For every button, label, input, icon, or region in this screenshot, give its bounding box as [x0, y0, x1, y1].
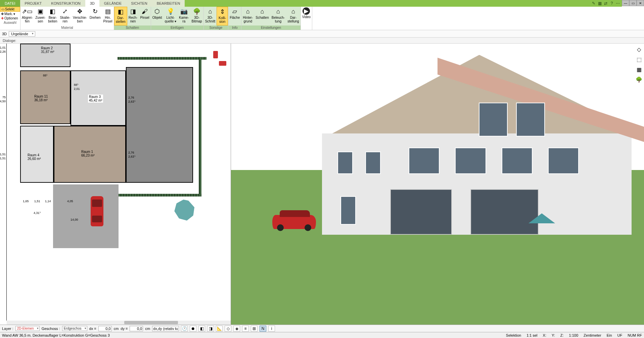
rechnen-button[interactable]: ◨Rech- nen	[127, 7, 139, 25]
group-schatten: Schatten	[114, 25, 151, 30]
window-maximize[interactable]: ▭	[629, 0, 637, 6]
view-3d[interactable]: ◇ ⬚ ▦ 🌳	[231, 44, 644, 325]
quick-icon-3[interactable]: ⇄	[603, 1, 608, 6]
status-z: Z:	[560, 333, 564, 337]
schatten-pinsel-button[interactable]: 🖌Pinsel	[139, 7, 150, 25]
brush-icon: ▤	[104, 7, 112, 15]
layer-combo[interactable]: Urgelände	[9, 31, 35, 37]
skalieren-button[interactable]: ⤢Skalie- ren	[59, 7, 72, 25]
options-tool[interactable]: ✚ Optionen	[0, 16, 20, 20]
mode-label: 3D	[2, 32, 7, 36]
schnitt-button[interactable]: ⌂3D- Schnitt	[204, 7, 217, 25]
flaeche-button[interactable]: ▱Fläche	[228, 7, 241, 25]
dy-input[interactable]	[130, 326, 143, 331]
status-y: Y:	[552, 333, 555, 337]
video-button[interactable]: ▶Video	[301, 7, 312, 25]
status-ein: Ein	[607, 333, 612, 337]
quick-icon-1[interactable]: ✎	[591, 1, 596, 6]
tool-north[interactable]: N	[260, 326, 266, 332]
scale-icon: ⤢	[61, 7, 69, 15]
dialoge-bar: Dialoge:	[0, 38, 644, 44]
tool-color[interactable]: ▦	[635, 66, 643, 73]
licht-button[interactable]: 💡Licht- quelle ▾	[164, 7, 178, 25]
bearbeiten-button[interactable]: ◧Bear- beiten	[47, 7, 58, 25]
select-tool[interactable]: ▭ Selekt	[0, 7, 20, 12]
geschoss-select[interactable]: Erdgeschos	[62, 326, 87, 331]
hintergrund-button[interactable]: ⌂Hinter- grund	[241, 7, 254, 25]
tab-datei[interactable]: DATEI	[0, 0, 20, 7]
tool-grid[interactable]: ⊞	[251, 326, 258, 332]
tab-konstruktion[interactable]: KONSTRUKTION	[46, 0, 85, 7]
view-selector-bar: 3D Urgelände	[0, 30, 644, 38]
ruler-vertical: 1,01 2,26 75 4,50 1,51 1,51	[0, 44, 7, 321]
tool-wire[interactable]: ◇	[635, 46, 643, 53]
house4-icon: ⌂	[289, 7, 297, 15]
ribbon: ▭ Selekt ✥ Mark. ▾ ✚ Optionen Auswahl ⇗▭…	[0, 7, 644, 30]
hinpinsel-button[interactable]: ▤Hin. Pinsel	[102, 7, 114, 25]
house3-icon: ⌂	[274, 7, 282, 15]
tool-info[interactable]: i	[268, 326, 275, 332]
tab-3d[interactable]: 3D	[85, 0, 99, 7]
car-3d	[272, 215, 316, 229]
window-close[interactable]: ✕	[637, 0, 644, 6]
status-selection: Selektion	[506, 333, 521, 337]
tool-solid[interactable]: ⬚	[635, 56, 643, 63]
kamera-button[interactable]: 📷Kame- ra	[178, 7, 190, 25]
layer-select[interactable]: 2D-Elemen	[15, 326, 40, 331]
bulb-icon: 💡	[167, 7, 175, 15]
house2-icon: ⌂	[258, 7, 266, 15]
quick-icon-5[interactable]: ⋯	[615, 1, 620, 6]
window-minimize[interactable]: —	[622, 0, 629, 6]
kollision-button[interactable]: ⇕Kolli- sion	[217, 7, 228, 25]
tab-bearbeiten[interactable]: BEARBEITEN	[152, 0, 185, 7]
tool-vegetation[interactable]: 🌳	[635, 76, 643, 83]
dx-input[interactable]	[98, 326, 112, 331]
bitmap-button[interactable]: 🌳3D- Bitmap	[190, 7, 203, 25]
tool-ortho[interactable]: ◇	[225, 326, 231, 332]
room-2-label: Raum 2 31,87 m²	[41, 46, 54, 54]
darstellen-button[interactable]: ◧Dar- stellen	[114, 7, 127, 25]
room-11-label: Raum 11 36,18 m²	[34, 95, 48, 102]
tool-clock[interactable]: 🕐	[181, 326, 188, 332]
plan-view-2d[interactable]: 1,01 2,26 75 4,50 1,51 1,51 Raum 2 31,87…	[0, 44, 231, 325]
group-auswahl: Auswahl	[0, 20, 20, 25]
scrollbar-horizontal[interactable]	[7, 321, 231, 325]
room-1-label: Raum 1 66,23 m²	[81, 150, 94, 157]
hydrant-icon	[213, 51, 218, 58]
room-3-label: Raum 3 45,42 m²	[88, 95, 103, 103]
status-num: NUM RF	[628, 333, 642, 337]
group-einstellungen: Einstellungen	[241, 25, 300, 30]
beleuchtung-button[interactable]: ⌂Beleuch- tung	[270, 7, 286, 25]
tab-projekt[interactable]: PROJEKT	[20, 0, 47, 7]
umbrella-2d	[172, 197, 198, 223]
tab-sichten[interactable]: SICHTEN	[126, 0, 152, 7]
tool-snap3[interactable]: ◈	[233, 326, 240, 332]
tool-snap2[interactable]: ◨	[207, 326, 214, 332]
status-bar: Wand AW 36,5 m. Deckenauflager L=Konstru…	[0, 332, 644, 338]
desc-input[interactable]	[152, 326, 179, 331]
quick-icon-2[interactable]: ▦	[597, 1, 602, 6]
drehen-button[interactable]: ↻Drehen	[88, 7, 102, 25]
bottom-bar: Layer : 2D-Elemen Geschoss : Erdgeschos …	[0, 325, 644, 332]
zuweisen-button[interactable]: ▣Zuwei- sen	[34, 7, 47, 25]
abgreifen-button[interactable]: ⇗▭Abgrei- fen	[20, 7, 34, 25]
darstellung-button[interactable]: ⌂Dar- stellung	[286, 7, 300, 25]
geschoss-label: Geschoss :	[42, 327, 60, 331]
objekt-button[interactable]: ⬡Objekt	[151, 7, 164, 25]
tool-snap4[interactable]: ≡	[242, 326, 249, 332]
group-info: Info	[228, 25, 241, 30]
schatten-set-button[interactable]: ⌂Schatten	[254, 7, 270, 25]
tool-snap1[interactable]: ◧	[198, 326, 205, 332]
status-text: Wand AW 36,5 m. Deckenauflager L=Konstru…	[2, 333, 501, 337]
tool-record[interactable]: ⏺	[190, 326, 196, 332]
help-icon[interactable]: ?	[609, 1, 614, 6]
tool-measure[interactable]: 📐	[216, 326, 223, 332]
mark-tool[interactable]: ✥ Mark. ▾	[0, 12, 20, 16]
verschieben-button[interactable]: ✥Verschie- ben	[72, 7, 88, 25]
assign-icon: ▣	[36, 7, 44, 15]
dropper-icon: ⇗▭	[23, 7, 31, 15]
tab-gelaende[interactable]: GELÄNDE	[99, 0, 127, 7]
status-sel: 1:1 sel	[526, 333, 537, 337]
collision-icon: ⇕	[218, 8, 226, 16]
calc-icon: ◨	[129, 7, 137, 15]
